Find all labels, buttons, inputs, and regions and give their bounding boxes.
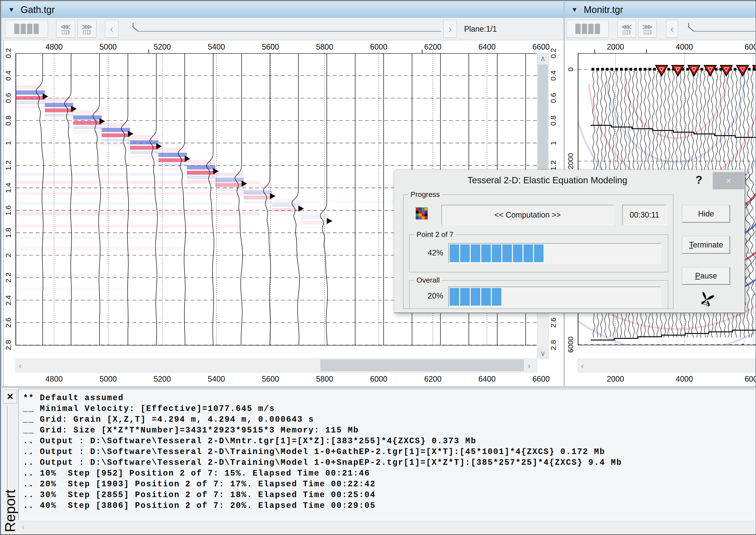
window-menu-triangle-icon[interactable]: ▼ [571,6,578,14]
fast-forward-button[interactable]: ⋙ [638,20,657,38]
axis-tick-label: 4800 [45,375,63,383]
report-log-line: __ Minimal Velocity: [Effective]=1077.64… [23,404,754,414]
display-mode-button[interactable] [567,20,609,38]
frame-grid-icon [644,30,651,34]
progress-block [460,288,470,306]
terminate-button[interactable]: Terminate [682,236,730,254]
axis-tick-label: 1 [549,141,557,145]
axis-tick-label: 0.4 [4,70,13,81]
report-tab-label[interactable]: Report [2,490,18,532]
gath-horizontal-scrollbar[interactable]: ‹ › [15,359,537,372]
close-icon[interactable]: × [713,172,744,189]
report-horizontal-scrollbar[interactable]: ‹ [18,521,755,533]
slider-handle[interactable] [132,26,138,31]
frame-grid-icon [623,30,631,34]
monitor-titlebar[interactable]: ▼ Monitr.tgr [565,2,756,18]
report-log-line: .. 40% Step [3806] Position 2 of 7: 20%.… [23,500,754,511]
plane-position-slider[interactable] [686,20,756,38]
progress-block [492,288,501,306]
axis-tick-label: 6000 [566,336,575,353]
axis-tick-label: 1.8 [4,228,13,238]
axis-tick-mark [148,49,149,53]
report-log-line: .. 10% Step [952] Position 2 of 7: 15%. … [23,468,754,479]
overall-progress-bar [448,287,661,307]
progress-block [502,244,512,262]
axis-tick-label: 2.4 [4,295,13,305]
vscroll-thumb[interactable] [538,65,548,177]
axis-tick-label: 6600 [532,42,550,51]
trace-bars-icon [14,24,39,34]
axis-tick-label: 4800 [45,42,63,51]
point-progress-group: Point 2 of 7 42% [409,235,668,272]
axis-tick-label: 2.8 [549,340,557,350]
hide-button-label: Hide [698,209,714,218]
fast-backward-button[interactable]: ⋘ [56,20,75,38]
help-icon[interactable]: ? [695,173,702,186]
slider-track[interactable] [693,31,756,32]
step-back-button[interactable]: ‹ [105,20,119,38]
slider-handle[interactable] [688,26,694,31]
axis-tick-label: 0.6 [549,93,557,103]
display-mode-button[interactable] [5,20,48,38]
axis-tick-label: 0.2 [4,48,13,58]
plane-indicator: Plane:1/1 [464,25,497,34]
point-group-label: Point 2 of 7 [414,230,456,239]
hide-button[interactable]: Hide [682,205,730,222]
axis-tick-label: 6200 [424,42,442,51]
axis-tick-label: 1 [4,141,13,145]
axis-tick-label: 4000 [676,42,693,51]
axis-tick-label: 6400 [478,375,496,383]
overall-group-label: Overall [414,276,442,284]
report-close-button[interactable]: ✕ [3,390,17,404]
computation-status-icon [416,208,428,219]
plane-position-slider[interactable] [130,20,441,38]
pause-button[interactable]: Pause [682,267,730,285]
report-log-area[interactable]: ** Default assumed__ Minimal Velocity: [… [18,389,755,520]
axis-tick-mark [646,49,647,53]
slider-track[interactable] [138,31,441,32]
forward-icon: ⋙ [82,23,92,30]
axis-tick-label: 5800 [316,375,333,383]
gath-titlebar[interactable]: ▼ Gath.tgr [2,2,564,18]
scroll-right-arrow[interactable]: › [527,361,530,371]
progress-block [471,288,480,306]
report-log-line: .. 30% Step [2855] Position 2 of 7: 18%.… [23,490,754,500]
tesseral-butterfly-logo-icon [695,288,718,310]
axis-tick-label: 2000 [566,153,575,169]
report-log-line: ** Default assumed [23,393,754,404]
window-menu-triangle-icon[interactable]: ▼ [8,6,14,14]
overall-progress-group: Overall 20% [409,280,668,309]
axis-tick-label: 2.8 [4,340,13,350]
hscroll-thumb[interactable] [320,359,524,371]
report-log-line: .. Output : D:\Software\Tesseral 2-D\Tra… [23,446,754,457]
fast-backward-button[interactable]: ⋘ [617,20,636,38]
axis-tick-label: 5600 [262,375,279,383]
scroll-left-arrow[interactable]: ‹ [581,361,584,371]
progress-block [450,244,459,262]
gath-window-title: Gath.tgr [21,4,55,15]
computation-stage-panel: << Computation >> [442,205,614,225]
scroll-up-arrow[interactable]: ∧ [537,53,549,63]
axis-tick-label: 0.8 [4,115,13,126]
axis-tick-label: 2000 [607,42,624,51]
scroll-left-arrow[interactable]: ‹ [19,361,21,371]
monitor-horizontal-scrollbar[interactable]: ‹ [578,359,756,372]
axis-tick-label: 2 [4,253,13,257]
step-back-button[interactable]: ‹ [666,20,678,38]
close-x-icon: ✕ [7,392,14,402]
axis-tick-label: 6000 [370,42,387,51]
fast-forward-button[interactable]: ⋙ [77,20,96,38]
axis-tick-label: 6400 [478,42,496,51]
axis-tick-label: 0.6 [4,93,13,103]
axis-tick-label: 5200 [154,375,171,383]
axis-tick-label: 5400 [208,375,225,383]
report-log-line: .. Output : D:\Software\Tesseral 2-D\Mnt… [23,436,754,446]
step-forward-button[interactable]: › [444,20,457,38]
axis-tick-label: 5800 [316,42,333,51]
stage-text: << Computation >> [495,211,561,219]
axis-tick-label: 6200 [424,375,442,383]
scroll-left-arrow[interactable]: ‹ [22,522,25,532]
monitor-toolbar: ⋘ ⋙ ‹ [565,18,756,40]
progress-block [534,244,544,262]
scroll-down-arrow[interactable]: ∨ [537,349,549,358]
